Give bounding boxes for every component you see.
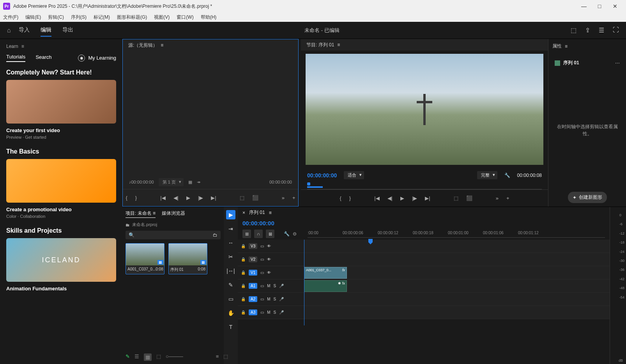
list-view-icon[interactable]: ☰	[134, 353, 139, 361]
learn-menu-icon[interactable]: ≡	[21, 44, 24, 49]
home-icon[interactable]: ⌂	[7, 27, 11, 34]
step-back-icon[interactable]: ◀|	[173, 195, 179, 201]
lock-icon[interactable]: 🔒	[241, 310, 246, 315]
tab-media-browser[interactable]: 媒体浏览器	[162, 210, 185, 218]
step-fwd-icon[interactable]: |▶	[198, 195, 203, 201]
magnet-icon[interactable]: ∩	[254, 230, 263, 238]
new-bin-icon[interactable]: 🗀	[213, 232, 218, 238]
track-a1[interactable]: 🔒A1▭MS🎤 ✱ fx	[238, 279, 610, 293]
tutorial-card[interactable]: Create your first video Preview · Get st…	[6, 80, 116, 140]
add-icon[interactable]: +	[292, 195, 295, 201]
source-tc-left[interactable]: ♪00:00:00:00	[129, 180, 154, 184]
mute-icon[interactable]: M	[267, 297, 270, 301]
menu-help[interactable]: 帮助(H)	[201, 14, 217, 21]
menu-edit[interactable]: 编辑(E)	[25, 14, 41, 21]
wrench-icon[interactable]: 🔧	[504, 173, 510, 178]
mic-icon[interactable]: 🎤	[279, 284, 284, 288]
lock-icon[interactable]: 🔒	[241, 297, 246, 301]
new-item-icon[interactable]: ⬚	[223, 353, 228, 361]
video-clip[interactable]: A001_C037_0... fx	[304, 267, 347, 279]
marker-icon[interactable]: ⊖	[293, 231, 297, 237]
more-icon[interactable]: »	[282, 195, 285, 201]
ripple-tool[interactable]: ↔	[226, 238, 235, 247]
add-icon[interactable]: +	[506, 195, 509, 201]
menu-graphics[interactable]: 图形和标题(G)	[117, 14, 147, 21]
menu-sequence[interactable]: 序列(S)	[71, 14, 87, 21]
more-icon[interactable]: »	[496, 195, 499, 201]
hand-tool[interactable]: ✋	[226, 308, 235, 318]
source-view-icon[interactable]: ▦	[188, 180, 192, 185]
panel-menu-icon[interactable]: ≡	[565, 44, 568, 49]
zoom-slider[interactable]: ○────	[166, 353, 183, 361]
timeline-ruler[interactable]: :00:00 00:00:00:06 00:00:00:12 00:00:00:…	[308, 230, 605, 238]
insert-icon[interactable]: ⬚	[240, 195, 244, 201]
track-v2[interactable]: 🔒V2▭👁	[238, 253, 610, 266]
track-label[interactable]: V2	[249, 256, 257, 262]
goto-out-icon[interactable]: ▶|	[425, 195, 430, 201]
mark-in-icon[interactable]: {	[340, 195, 341, 201]
toggle-output-icon[interactable]: ▭	[260, 310, 264, 315]
razor-tool[interactable]: ✂	[226, 252, 235, 262]
lock-icon[interactable]: 🔒	[241, 257, 246, 262]
workspace-menu-icon[interactable]: ☰	[599, 27, 604, 34]
link-icon[interactable]: ⊠	[266, 230, 274, 238]
close-button[interactable]: ✕	[607, 0, 623, 12]
mute-icon[interactable]: M	[267, 284, 270, 288]
slip-tool[interactable]: |↔|	[226, 266, 235, 276]
toggle-output-icon[interactable]: ▭	[260, 257, 264, 262]
maximize-button[interactable]: □	[592, 0, 607, 12]
solo-icon[interactable]: S	[274, 284, 276, 288]
program-tc-left[interactable]: 00:00:00:00	[307, 172, 337, 178]
fit-dropdown[interactable]: 适合	[344, 171, 364, 179]
track-label[interactable]: A2	[249, 296, 257, 302]
program-viewport[interactable]	[306, 54, 543, 165]
create-graphic-button[interactable]: ✦ 创建新图形	[568, 192, 607, 203]
track-label[interactable]: V3	[249, 243, 257, 249]
track-a2[interactable]: 🔒A2▭MS🎤	[238, 293, 610, 306]
tab-project[interactable]: 项目: 未命名 ≡	[126, 210, 156, 218]
tutorial-card[interactable]: ICELAND Animation Fundamentals	[6, 238, 116, 292]
toggle-output-icon[interactable]: ▭	[260, 284, 264, 288]
freeform-icon[interactable]: ⬚	[156, 353, 161, 361]
nav-edit[interactable]: 编辑	[41, 24, 51, 37]
track-v3[interactable]: 🔒V3▭👁	[238, 240, 610, 253]
mark-out-icon[interactable]: }	[135, 195, 137, 201]
solo-icon[interactable]: S	[274, 310, 276, 315]
pencil-icon[interactable]: ✎	[126, 353, 130, 361]
my-learning[interactable]: ◉ My Learning	[78, 55, 116, 62]
eye-icon[interactable]: 👁	[267, 244, 271, 248]
track-select-tool[interactable]: ⇥	[226, 224, 235, 233]
tab-search[interactable]: Search	[35, 54, 51, 62]
eye-icon[interactable]: 👁	[267, 257, 271, 262]
sort-icon[interactable]: ≡	[216, 353, 219, 361]
menu-file[interactable]: 文件(F)	[3, 14, 18, 21]
toggle-output-icon[interactable]: ▭	[260, 270, 264, 275]
pen-tool[interactable]: ✎	[226, 280, 235, 290]
rectangle-tool[interactable]: ▭	[226, 294, 235, 304]
tutorial-card[interactable]: Create a promotional video Color · Colla…	[6, 159, 116, 219]
tab-tutorials[interactable]: Tutorials	[6, 54, 25, 62]
eye-icon[interactable]: 👁	[267, 270, 271, 275]
audio-clip[interactable]: ✱ fx	[304, 280, 347, 292]
wrench-icon[interactable]: 🔧	[284, 231, 290, 237]
mic-icon[interactable]: 🎤	[279, 297, 284, 301]
menu-window[interactable]: 窗口(W)	[177, 14, 193, 21]
panel-menu-icon[interactable]: ≡	[337, 42, 340, 48]
overwrite-icon[interactable]: ⬛	[252, 195, 258, 201]
selection-tool[interactable]: ▶	[226, 210, 235, 219]
lock-icon[interactable]: 🔒	[241, 284, 246, 288]
mute-icon[interactable]: M	[267, 310, 270, 315]
lock-icon[interactable]: 🔒	[241, 244, 246, 248]
mark-in-icon[interactable]: {	[126, 195, 127, 201]
nav-import[interactable]: 导入	[19, 24, 30, 37]
lift-icon[interactable]: ⬚	[454, 195, 458, 201]
icon-view-icon[interactable]: ▦	[144, 353, 152, 361]
project-path[interactable]: 🖿 未命名.prproj	[126, 222, 221, 228]
menu-clip[interactable]: 剪辑(C)	[48, 14, 64, 21]
timeline-timecode[interactable]: 00:00:00:00	[242, 220, 274, 226]
scrub-handle[interactable]	[307, 182, 310, 186]
nav-export[interactable]: 导出	[62, 24, 73, 37]
step-back-icon[interactable]: ◀|	[387, 195, 393, 201]
share-icon[interactable]: ⇪	[585, 27, 590, 34]
program-scrubber[interactable]	[307, 182, 542, 189]
